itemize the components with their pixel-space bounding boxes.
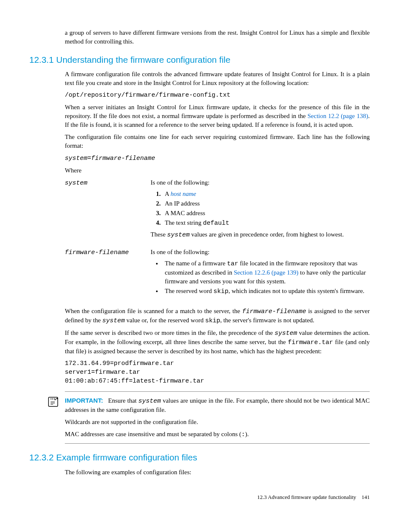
where-label: Where [65,166,370,175]
list-item: An IP address [162,199,370,208]
format-line: system=firmware-filename [65,154,370,163]
page-footer: 12.3 Advanced firmware update functional… [29,493,370,501]
list-item: A host name [162,190,370,198]
body-paragraph: The configuration file contains one line… [65,133,370,150]
list-item: The name of a firmware tar file located … [162,259,370,286]
admonition-paragraph: MAC addresses are case insensitive and m… [65,430,370,439]
page-number: 141 [362,494,370,500]
section-link[interactable]: Section 12.2.6 (page 139) [234,269,299,276]
list-item: The text string default [162,218,370,228]
example-code-block: 172.31.64.99=prodfirmware.tar server1=fi… [65,359,370,386]
admonition-paragraph: Wildcards are not supported in the confi… [65,418,370,427]
intro-paragraph: a group of servers to have different fir… [65,28,370,46]
precedence-note: These system values are given in precede… [151,230,370,239]
config-file-path: /opt/repository/firmware/firmware-config… [65,91,370,100]
important-admonition: IMPORTANT: Ensure that system values are… [65,391,370,444]
body-paragraph: A firmware configuration file controls t… [65,70,370,87]
body-paragraph: The following are examples of configurat… [65,468,370,477]
body-paragraph: If the same server is described two or m… [65,329,370,356]
body-paragraph: When a server initiates an Insight Contr… [65,103,370,129]
section-link[interactable]: Section 12.2 (page 138) [307,113,368,119]
term-system: system [65,180,87,187]
section-heading-12-3-1: 12.3.1 Understanding the firmware config… [29,54,370,66]
list-item: The reserved word skip, which indicates … [162,287,370,296]
term-firmware-filename: firmware-filename [65,249,129,256]
section-heading-12-3-2: 12.3.2 Example firmware configuration fi… [29,451,370,463]
definition-list: system Is one of the following: A host n… [65,178,370,303]
important-icon [47,396,59,408]
body-paragraph: When the configuration file is scanned f… [65,307,370,325]
admonition-paragraph: IMPORTANT: Ensure that system values are… [65,396,370,414]
important-label: IMPORTANT: [65,397,103,404]
list-item: A MAC address [162,209,370,218]
term-firmware-filename-description: Is one of the following: The name of a f… [151,248,370,303]
term-system-description: Is one of the following: A host name An … [151,178,370,248]
glossary-link[interactable]: host name [171,190,196,197]
